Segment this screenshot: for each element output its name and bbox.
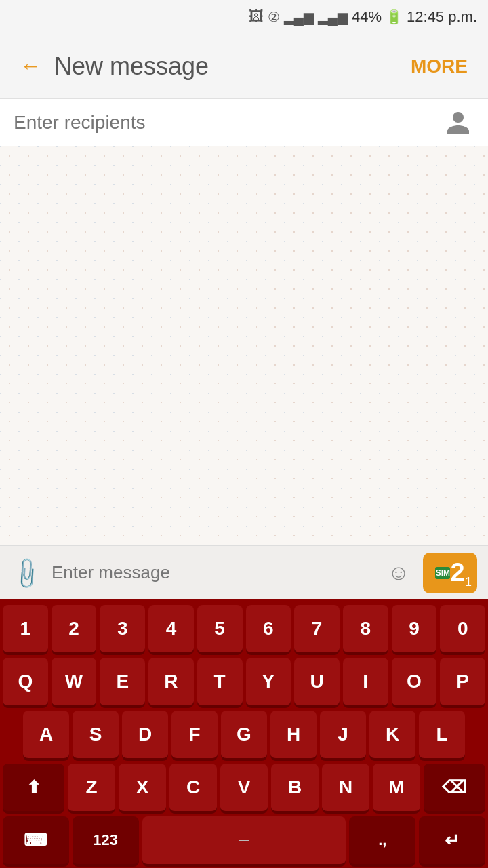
numbers-key[interactable]: 123: [73, 816, 139, 865]
key-d[interactable]: D: [122, 711, 168, 760]
recipients-input[interactable]: [14, 112, 442, 134]
key-s[interactable]: S: [73, 711, 119, 760]
key-n[interactable]: N: [322, 764, 369, 812]
signal-icon-2: ▂▄▆: [318, 9, 348, 25]
key-z[interactable]: Z: [68, 764, 115, 812]
contacts-button[interactable]: [442, 106, 474, 139]
attach-button[interactable]: 📎: [11, 557, 43, 589]
gallery-icon: 🖼: [249, 8, 264, 26]
keyboard-row-qwerty: Q W E R T Y U I O P: [3, 658, 485, 707]
key-0[interactable]: 0: [440, 605, 485, 654]
key-8[interactable]: 8: [343, 605, 388, 654]
key-y[interactable]: Y: [246, 658, 291, 707]
backspace-key[interactable]: ⌫: [424, 764, 485, 812]
keyboard: 1 2 3 4 5 6 7 8 9 0 Q W E R T Y U I O P …: [0, 599, 488, 868]
time-display: 12:45 p.m.: [407, 8, 477, 26]
sim-icon-status: ②: [268, 9, 280, 25]
emoji-icon: ☺: [388, 560, 410, 585]
message-input[interactable]: [52, 562, 374, 583]
punctuation-key[interactable]: .,: [349, 816, 415, 865]
key-a[interactable]: A: [23, 711, 69, 760]
message-input-bar: 📎 ☺ SIM 2 1: [0, 545, 488, 599]
recipients-bar: [0, 99, 488, 146]
keyboard-row-numbers: 1 2 3 4 5 6 7 8 9 0: [3, 605, 485, 654]
key-g[interactable]: G: [221, 711, 267, 760]
key-9[interactable]: 9: [392, 605, 437, 654]
status-bar: 🖼 ② ▂▄▆ ▂▄▆ 44% 🔋 12:45 p.m.: [0, 0, 488, 34]
battery-text: 44%: [352, 8, 382, 26]
key-w[interactable]: W: [52, 658, 97, 707]
top-bar: ← New message MORE: [0, 34, 488, 99]
key-b[interactable]: B: [271, 764, 319, 812]
key-2[interactable]: 2: [52, 605, 97, 654]
keyboard-row-asdf: A S D F G H J K L: [3, 711, 485, 760]
key-5[interactable]: 5: [197, 605, 243, 654]
signal-icon-1: ▂▄▆: [284, 9, 314, 25]
key-c[interactable]: C: [169, 764, 217, 812]
message-body[interactable]: [0, 146, 488, 545]
key-t[interactable]: T: [197, 658, 243, 707]
key-u[interactable]: U: [294, 658, 340, 707]
key-q[interactable]: Q: [3, 658, 48, 707]
key-i[interactable]: I: [343, 658, 388, 707]
key-r[interactable]: R: [148, 658, 194, 707]
keyboard-bottom-row: ⌨ 123 — ., ↵: [3, 816, 485, 865]
more-button[interactable]: MORE: [404, 49, 474, 84]
dot-pattern-bg: [0, 146, 488, 545]
back-button[interactable]: ←: [14, 50, 47, 83]
key-4[interactable]: 4: [148, 605, 194, 654]
sim-number: 2: [450, 558, 464, 587]
key-e[interactable]: E: [100, 658, 145, 707]
key-l[interactable]: L: [419, 711, 465, 760]
key-v[interactable]: V: [220, 764, 268, 812]
keyboard-row-zxcv: ⬆ Z X C V B N M ⌫: [3, 764, 485, 812]
key-x[interactable]: X: [119, 764, 166, 812]
emoji-button[interactable]: ☺: [382, 557, 415, 589]
key-p[interactable]: P: [440, 658, 485, 707]
key-k[interactable]: K: [369, 711, 415, 760]
key-1[interactable]: 1: [3, 605, 48, 654]
status-icons: 🖼 ② ▂▄▆ ▂▄▆ 44% 🔋 12:45 p.m.: [249, 8, 477, 26]
page-title: New message: [54, 52, 404, 81]
key-j[interactable]: J: [320, 711, 366, 760]
key-f[interactable]: F: [171, 711, 218, 760]
battery-icon: 🔋: [386, 9, 403, 25]
sim-selector-button[interactable]: SIM 2 1: [423, 553, 477, 593]
key-o[interactable]: O: [392, 658, 437, 707]
key-6[interactable]: 6: [246, 605, 291, 654]
sim-sub: 1: [465, 575, 472, 589]
key-m[interactable]: M: [373, 764, 420, 812]
sim-card-icon: SIM: [435, 567, 450, 579]
person-icon: [445, 109, 472, 136]
attach-icon: 📎: [8, 554, 45, 591]
key-h[interactable]: H: [270, 711, 317, 760]
key-3[interactable]: 3: [100, 605, 145, 654]
enter-key[interactable]: ↵: [419, 816, 485, 865]
shift-key[interactable]: ⬆: [3, 764, 64, 812]
space-key[interactable]: —: [142, 816, 346, 865]
keyboard-type-key[interactable]: ⌨: [3, 816, 69, 865]
key-7[interactable]: 7: [294, 605, 340, 654]
back-arrow-icon: ←: [20, 54, 41, 79]
